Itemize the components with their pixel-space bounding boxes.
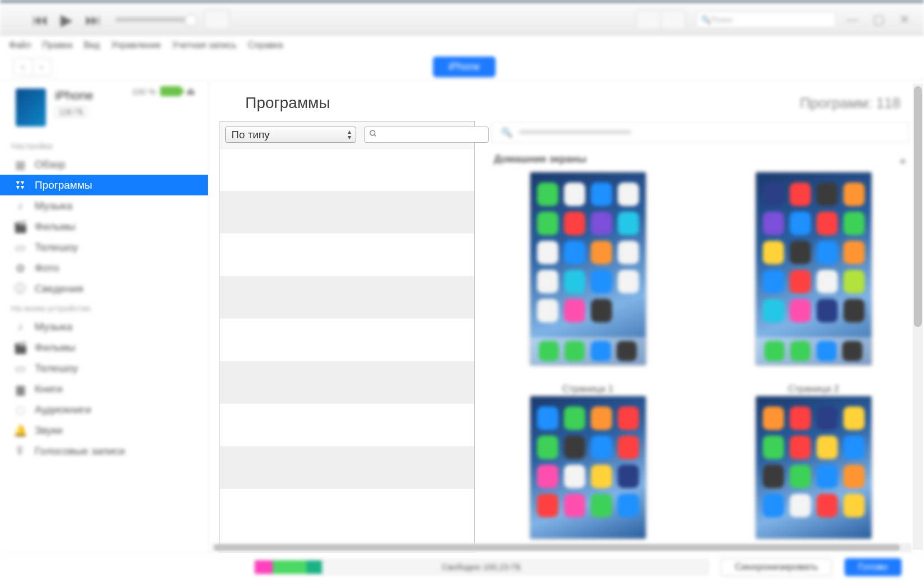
sidebar-item-info[interactable]: ⓘ Сведения bbox=[0, 278, 208, 299]
footer: Свободно 100,23 ГБ Синхронизировать Гото… bbox=[0, 553, 924, 580]
storage-bar: Свободно 100,23 ГБ bbox=[254, 560, 708, 574]
sidebar-item-tv[interactable]: ▭ Телешоу bbox=[0, 237, 208, 258]
sidebar-item-label: Музыка bbox=[35, 321, 72, 333]
apps-toolbar: По типу ▴▾ bbox=[220, 121, 474, 148]
close-icon[interactable]: ✕ bbox=[899, 12, 909, 27]
sidebar-item-tones[interactable]: 🔔 Звуки bbox=[0, 420, 208, 441]
sidebar-item-books[interactable]: ▆ Книги bbox=[0, 378, 208, 399]
storage-free-label: Свободно 100,23 ГБ bbox=[442, 562, 521, 572]
apps-icon bbox=[13, 179, 27, 192]
home-screen-card[interactable]: Страница 1 bbox=[508, 379, 667, 540]
sidebar-item-audiobooks[interactable]: ◌ Аудиокниги bbox=[0, 399, 208, 420]
list-item[interactable] bbox=[220, 404, 474, 446]
sidebar-item-apps[interactable]: Программы bbox=[0, 175, 208, 195]
next-icon[interactable]: ⏭ bbox=[85, 11, 101, 29]
global-search[interactable]: 🔍 Поиск bbox=[696, 11, 836, 28]
volume-slider[interactable] bbox=[115, 17, 194, 22]
list-item[interactable] bbox=[220, 446, 474, 489]
list-item[interactable] bbox=[220, 489, 474, 531]
sidebar-item-label: Музыка bbox=[35, 200, 72, 212]
movies-icon: 🎬 bbox=[13, 220, 27, 233]
airplay-button[interactable] bbox=[204, 10, 230, 30]
sort-dropdown-label: По типу bbox=[231, 129, 270, 141]
sidebar-item-movies[interactable]: 🎬 Фильмы bbox=[0, 216, 208, 237]
sidebar-section-ondevice: На моем устройстве bbox=[0, 299, 208, 316]
sidebar-item-label: Голосовые записи bbox=[35, 445, 125, 457]
apps-list[interactable] bbox=[220, 148, 474, 553]
list-item[interactable] bbox=[220, 191, 474, 233]
menu-edit[interactable]: Правка bbox=[42, 40, 72, 50]
sidebar-section-settings: Настройки bbox=[0, 137, 208, 154]
device-thumbnail bbox=[16, 88, 46, 127]
sidebar-item-photos[interactable]: ✿ Фото bbox=[0, 258, 208, 278]
sidebar-item-label: Фильмы bbox=[35, 221, 76, 233]
sidebar-item-music-2[interactable]: ♪ Музыка bbox=[0, 316, 208, 337]
minimize-icon[interactable]: — bbox=[846, 12, 858, 27]
home-screens-label: Домашние экраны bbox=[494, 153, 586, 165]
list-item[interactable] bbox=[220, 361, 474, 404]
info-icon: ⓘ bbox=[13, 282, 27, 296]
svg-point-0 bbox=[370, 130, 375, 135]
eject-icon[interactable]: ⏏ bbox=[186, 85, 195, 97]
sidebar-item-label: Звуки bbox=[35, 424, 63, 437]
window-buttons: — ▢ ✕ bbox=[846, 12, 909, 27]
home-screen-card[interactable] bbox=[508, 171, 667, 367]
playback-controls: ⏮ ▶ ⏭ bbox=[32, 11, 101, 29]
add-page-icon[interactable]: ＋ bbox=[897, 153, 907, 163]
sidebar: iPhone 128 ГБ 100 % ⏏ Настройки ▦ Обзор bbox=[0, 83, 208, 553]
menu-file[interactable]: Файл bbox=[9, 40, 31, 50]
screens-search-placeholder bbox=[519, 130, 631, 134]
list-item[interactable] bbox=[220, 319, 474, 361]
home-screen-card[interactable] bbox=[734, 171, 893, 367]
sidebar-item-music[interactable]: ♪ Музыка bbox=[0, 195, 208, 216]
sidebar-item-tv-2[interactable]: ▭ Телешоу bbox=[0, 358, 208, 378]
sidebar-item-voice[interactable]: 🎙 Голосовые записи bbox=[0, 441, 208, 461]
menu-view[interactable]: Вид bbox=[83, 40, 100, 50]
voice-icon: 🎙 bbox=[13, 445, 27, 458]
menubar: Файл Правка Вид Управление Учетная запис… bbox=[0, 37, 924, 54]
battery-icon bbox=[160, 86, 181, 96]
menu-controls[interactable]: Управление bbox=[111, 40, 161, 50]
global-search-placeholder: Поиск bbox=[711, 15, 732, 24]
search-icon bbox=[369, 129, 377, 140]
sidebar-item-label: Обзор bbox=[35, 158, 66, 171]
list-item[interactable] bbox=[220, 276, 474, 319]
done-button[interactable]: Готово bbox=[844, 558, 902, 576]
list-item[interactable] bbox=[220, 233, 474, 276]
search-icon: 🔍 bbox=[501, 127, 512, 138]
photos-icon: ✿ bbox=[13, 261, 27, 275]
sync-button[interactable]: Синхронизировать bbox=[721, 558, 832, 576]
screens-search[interactable]: 🔍 bbox=[492, 121, 909, 143]
home-screens-pane: 🔍 Домашние экраны ＋ bbox=[492, 121, 909, 553]
sort-dropdown[interactable]: По типу ▴▾ bbox=[225, 127, 356, 143]
play-icon[interactable]: ▶ bbox=[60, 11, 73, 29]
books-icon: ▆ bbox=[13, 382, 27, 396]
svg-line-1 bbox=[374, 134, 376, 136]
tones-icon: 🔔 bbox=[13, 424, 27, 437]
sidebar-item-label: Фильмы bbox=[35, 342, 76, 354]
menu-account[interactable]: Учетная запись bbox=[172, 40, 236, 50]
vertical-scrollbar[interactable] bbox=[913, 84, 923, 550]
home-screen-card[interactable]: Страница 2 bbox=[734, 379, 893, 540]
horizontal-scrollbar[interactable] bbox=[212, 543, 912, 552]
nav-back-icon[interactable]: ‹ bbox=[13, 58, 32, 76]
apps-search[interactable] bbox=[364, 127, 489, 143]
tv-icon: ▭ bbox=[13, 362, 27, 375]
sidebar-item-label: Телешоу bbox=[35, 362, 78, 375]
nav-forward-icon[interactable]: › bbox=[32, 58, 52, 76]
sidebar-item-label: Книги bbox=[35, 383, 63, 395]
prev-icon[interactable]: ⏮ bbox=[32, 11, 48, 29]
list-item[interactable] bbox=[220, 148, 474, 191]
maximize-icon[interactable]: ▢ bbox=[873, 12, 885, 27]
view-switcher[interactable] bbox=[636, 10, 686, 30]
titlebar: ⏮ ▶ ⏭ 🔍 Поиск — ▢ ✕ bbox=[0, 0, 924, 37]
menu-help[interactable]: Справка bbox=[248, 40, 283, 50]
tab-iphone[interactable]: iPhone bbox=[433, 57, 496, 77]
sidebar-item-movies-2[interactable]: 🎬 Фильмы bbox=[0, 337, 208, 358]
search-icon: 🔍 bbox=[701, 15, 711, 24]
apps-list-pane: По типу ▴▾ bbox=[220, 121, 475, 553]
apps-search-input[interactable] bbox=[377, 130, 484, 139]
main-pane: Программы Программ: 118 По типу ▴▾ bbox=[208, 83, 924, 553]
sidebar-item-label: Аудиокниги bbox=[35, 404, 91, 416]
sidebar-item-summary[interactable]: ▦ Обзор bbox=[0, 154, 208, 175]
